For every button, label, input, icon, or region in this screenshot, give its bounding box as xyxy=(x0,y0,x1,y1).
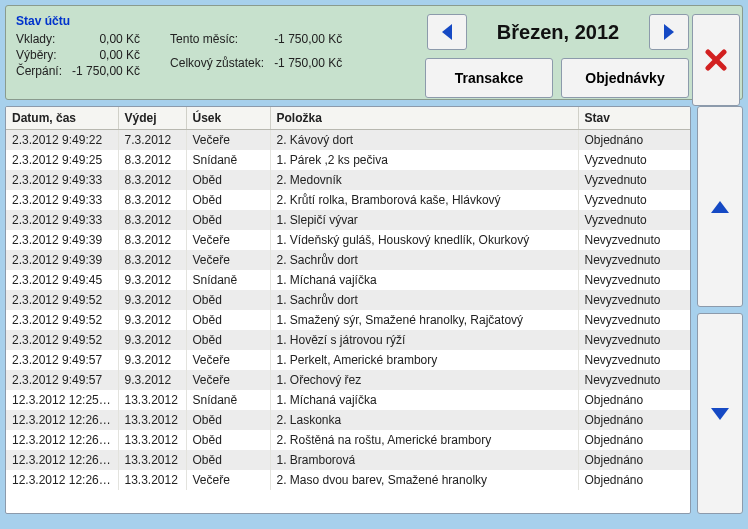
table-cell: 2. Roštěná na roštu, Americké brambory xyxy=(270,430,578,450)
table-row[interactable]: 12.3.2012 12:26:2613.3.2012Oběd2. Laskon… xyxy=(6,410,690,430)
table-cell: Večeře xyxy=(186,130,270,151)
table-row[interactable]: 2.3.2012 9:49:459.3.2012Snídaně1. Míchan… xyxy=(6,270,690,290)
table-cell: 13.3.2012 xyxy=(118,470,186,490)
table-cell: 2.3.2012 9:49:33 xyxy=(6,190,118,210)
scroll-up-button[interactable] xyxy=(697,106,743,307)
next-month-button[interactable] xyxy=(649,14,689,50)
table-row[interactable]: 2.3.2012 9:49:338.3.2012Oběd1. Slepičí v… xyxy=(6,210,690,230)
table-cell: 13.3.2012 xyxy=(118,390,186,410)
table-cell: Nevyzvednuto xyxy=(578,290,690,310)
svg-marker-5 xyxy=(711,408,729,420)
table-cell: Oběd xyxy=(186,330,270,350)
column-header[interactable]: Datum, čas xyxy=(6,107,118,130)
column-header[interactable]: Stav xyxy=(578,107,690,130)
table-cell: Oběd xyxy=(186,190,270,210)
table-cell: 2.3.2012 9:49:57 xyxy=(6,350,118,370)
table-cell: 1. Smažený sýr, Smažené hranolky, Rajčat… xyxy=(270,310,578,330)
table-row[interactable]: 2.3.2012 9:49:398.3.2012Večeře2. Sachrův… xyxy=(6,250,690,270)
svg-marker-1 xyxy=(664,24,674,40)
tab-orders[interactable]: Objednávky xyxy=(561,58,689,98)
table-row[interactable]: 12.3.2012 12:26:3313.3.2012Večeře2. Maso… xyxy=(6,470,690,490)
table-cell: 2.3.2012 9:49:33 xyxy=(6,170,118,190)
table-cell: 12.3.2012 12:26:26 xyxy=(6,450,118,470)
content-row: Datum, časVýdejÚsekPoložkaStav 2.3.2012 … xyxy=(5,106,743,514)
arrow-down-icon xyxy=(710,407,730,421)
account-value: -1 750,00 Kč xyxy=(72,64,140,78)
tab-row: Transakce Objednávky xyxy=(425,58,689,98)
table-cell: Oběd xyxy=(186,210,270,230)
table-cell: 9.3.2012 xyxy=(118,290,186,310)
table-row[interactable]: 12.3.2012 12:26:2613.3.2012Oběd2. Roštěn… xyxy=(6,430,690,450)
table-cell: Večeře xyxy=(186,470,270,490)
table-cell: Oběd xyxy=(186,430,270,450)
table-cell: 2.3.2012 9:49:52 xyxy=(6,330,118,350)
table-cell: 9.3.2012 xyxy=(118,350,186,370)
table-row[interactable]: 2.3.2012 9:49:227.3.2012Večeře2. Kávový … xyxy=(6,130,690,151)
table-cell: 2.3.2012 9:49:22 xyxy=(6,130,118,151)
table-cell: Snídaně xyxy=(186,150,270,170)
table-cell: Snídaně xyxy=(186,390,270,410)
table-cell: 13.3.2012 xyxy=(118,430,186,450)
table-cell: Večeře xyxy=(186,350,270,370)
account-value: -1 750,00 Kč xyxy=(274,56,342,78)
prev-month-button[interactable] xyxy=(427,14,467,50)
table-row[interactable]: 12.3.2012 12:25:3513.3.2012Snídaně1. Míc… xyxy=(6,390,690,410)
table-row[interactable]: 2.3.2012 9:49:338.3.2012Oběd2. MedovníkV… xyxy=(6,170,690,190)
table-row[interactable]: 2.3.2012 9:49:529.3.2012Oběd1. Hovězí s … xyxy=(6,330,690,350)
table-cell: 1. Sachrův dort xyxy=(270,290,578,310)
table-cell: 8.3.2012 xyxy=(118,230,186,250)
table-cell: 1. Slepičí vývar xyxy=(270,210,578,230)
arrow-right-icon xyxy=(662,24,676,40)
table-cell: 12.3.2012 12:26:26 xyxy=(6,430,118,450)
table-cell: Vyzvednuto xyxy=(578,190,690,210)
table-cell: 8.3.2012 xyxy=(118,150,186,170)
table-row[interactable]: 2.3.2012 9:49:529.3.2012Oběd1. Smažený s… xyxy=(6,310,690,330)
table-cell: Oběd xyxy=(186,310,270,330)
table-row[interactable]: 12.3.2012 12:26:2613.3.2012Oběd1. Brambo… xyxy=(6,450,690,470)
table-cell: 9.3.2012 xyxy=(118,330,186,350)
table-cell: Oběd xyxy=(186,410,270,430)
table-cell: 12.3.2012 12:26:33 xyxy=(6,470,118,490)
table-row[interactable]: 2.3.2012 9:49:579.3.2012Večeře1. Perkelt… xyxy=(6,350,690,370)
table-cell: 1. Hovězí s játrovou rýží xyxy=(270,330,578,350)
account-label: Výběry: xyxy=(16,48,62,62)
table-cell: 2.3.2012 9:49:57 xyxy=(6,370,118,390)
table-cell: Snídaně xyxy=(186,270,270,290)
table-cell: 9.3.2012 xyxy=(118,370,186,390)
table-cell: 8.3.2012 xyxy=(118,190,186,210)
table-row[interactable]: 2.3.2012 9:49:398.3.2012Večeře1. Vídeňsk… xyxy=(6,230,690,250)
table-cell: 2. Maso dvou barev, Smažené hranolky xyxy=(270,470,578,490)
table-row[interactable]: 2.3.2012 9:49:338.3.2012Oběd2. Krůtí rol… xyxy=(6,190,690,210)
account-label: Celkový zůstatek: xyxy=(170,56,264,78)
table-cell: Vyzvednuto xyxy=(578,170,690,190)
table-cell: 2.3.2012 9:49:45 xyxy=(6,270,118,290)
table-cell: 13.3.2012 xyxy=(118,450,186,470)
table-cell: 2. Sachrův dort xyxy=(270,250,578,270)
column-header[interactable]: Položka xyxy=(270,107,578,130)
table-cell: 2. Laskonka xyxy=(270,410,578,430)
close-button[interactable] xyxy=(692,14,740,106)
table-row[interactable]: 2.3.2012 9:49:258.3.2012Snídaně1. Párek … xyxy=(6,150,690,170)
svg-marker-4 xyxy=(711,201,729,213)
column-header[interactable]: Výdej xyxy=(118,107,186,130)
table-cell: 2. Kávový dort xyxy=(270,130,578,151)
table-cell: Vyzvednuto xyxy=(578,210,690,230)
table-cell: 1. Míchaná vajíčka xyxy=(270,390,578,410)
table-cell: 9.3.2012 xyxy=(118,270,186,290)
tab-transactions[interactable]: Transakce xyxy=(425,58,553,98)
account-label: Čerpání: xyxy=(16,64,62,78)
column-header[interactable]: Úsek xyxy=(186,107,270,130)
table-row[interactable]: 2.3.2012 9:49:529.3.2012Oběd1. Sachrův d… xyxy=(6,290,690,310)
table-cell: 8.3.2012 xyxy=(118,170,186,190)
orders-table: Datum, časVýdejÚsekPoložkaStav 2.3.2012 … xyxy=(6,107,690,490)
scroll-down-button[interactable] xyxy=(697,313,743,514)
close-icon xyxy=(705,49,727,71)
table-cell: Nevyzvednuto xyxy=(578,310,690,330)
month-label: Březen, 2012 xyxy=(467,21,649,44)
table-cell: Večeře xyxy=(186,370,270,390)
arrow-up-icon xyxy=(710,200,730,214)
orders-table-wrap: Datum, časVýdejÚsekPoložkaStav 2.3.2012 … xyxy=(5,106,691,514)
arrow-left-icon xyxy=(440,24,454,40)
table-row[interactable]: 2.3.2012 9:49:579.3.2012Večeře1. Ořechov… xyxy=(6,370,690,390)
table-cell: 2. Medovník xyxy=(270,170,578,190)
